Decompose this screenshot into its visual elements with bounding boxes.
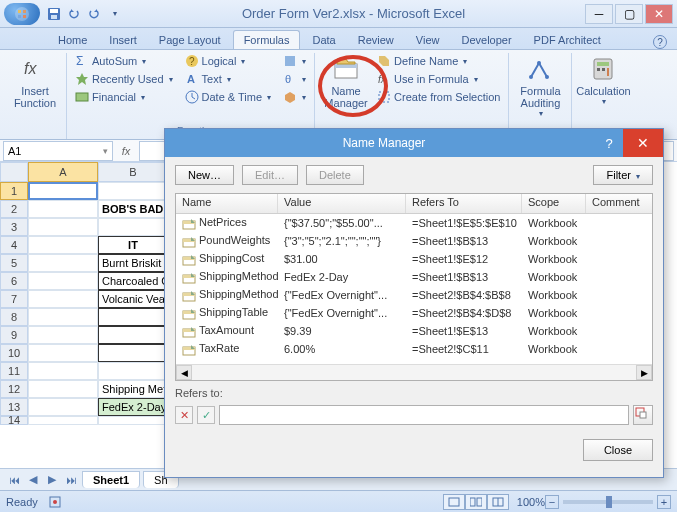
math-button[interactable]: θ — [281, 71, 308, 87]
undo-icon[interactable] — [66, 6, 82, 22]
cell[interactable] — [28, 236, 98, 254]
normal-view-button[interactable] — [443, 494, 465, 510]
zoom-level[interactable]: 100% — [517, 496, 545, 508]
cell[interactable] — [28, 308, 98, 326]
row-header[interactable]: 5 — [0, 254, 28, 272]
cell[interactable] — [28, 344, 98, 362]
create-from-selection-button[interactable]: Create from Selection — [375, 89, 502, 105]
cell[interactable] — [28, 290, 98, 308]
calculation-button[interactable]: Calculation — [578, 53, 628, 108]
col-comment[interactable]: Comment — [586, 194, 652, 213]
col-header-b[interactable]: B — [98, 162, 168, 182]
col-header-a[interactable]: A — [28, 162, 98, 182]
row-header[interactable]: 14 — [0, 416, 28, 425]
col-refers[interactable]: Refers To — [406, 194, 522, 213]
horizontal-scrollbar[interactable]: ◀ ▶ — [176, 364, 652, 380]
cell[interactable] — [98, 308, 168, 326]
lookup-button[interactable] — [281, 53, 308, 69]
row-header[interactable]: 11 — [0, 362, 28, 380]
cell-b7[interactable]: Volcanic Vea — [98, 290, 168, 308]
tab-view[interactable]: View — [406, 31, 450, 49]
filter-button[interactable]: Filter — [593, 165, 653, 185]
page-break-view-button[interactable] — [487, 494, 509, 510]
macro-record-icon[interactable] — [48, 495, 62, 509]
name-row[interactable]: ShippingMethods{"FedEx Overnight"...=She… — [176, 286, 652, 304]
zoom-track[interactable] — [563, 500, 653, 504]
next-sheet-button[interactable]: ▶ — [44, 472, 60, 488]
formula-auditing-button[interactable]: Formula Auditing — [515, 53, 565, 120]
name-row[interactable]: PoundWeights{"3";"5";"2.1";"";"";""}=She… — [176, 232, 652, 250]
tab-page-layout[interactable]: Page Layout — [149, 31, 231, 49]
zoom-out-button[interactable]: − — [545, 495, 559, 509]
row-header[interactable]: 1 — [0, 182, 28, 200]
sheet-tab-1[interactable]: Sheet1 — [82, 471, 140, 488]
cell-b5[interactable]: Burnt Briskit — [98, 254, 168, 272]
tab-pdf-architect[interactable]: PDF Architect — [524, 31, 611, 49]
cell[interactable] — [28, 416, 98, 425]
first-sheet-button[interactable]: ⏮ — [6, 472, 22, 488]
select-all-button[interactable] — [0, 162, 28, 182]
cell[interactable] — [98, 344, 168, 362]
scroll-right-button[interactable]: ▶ — [636, 365, 652, 380]
cell-a1[interactable] — [28, 182, 98, 200]
dialog-help-button[interactable]: ? — [595, 129, 623, 157]
close-button[interactable]: ✕ — [645, 4, 673, 24]
use-in-formula-button[interactable]: fxUse in Formula — [375, 71, 502, 87]
logical-button[interactable]: ?Logical — [183, 53, 274, 69]
financial-button[interactable]: Financial — [73, 89, 175, 105]
maximize-button[interactable]: ▢ — [615, 4, 643, 24]
recently-used-button[interactable]: Recently Used — [73, 71, 175, 87]
row-header[interactable]: 4 — [0, 236, 28, 254]
row-header[interactable]: 10 — [0, 344, 28, 362]
row-header[interactable]: 9 — [0, 326, 28, 344]
zoom-in-button[interactable]: + — [657, 495, 671, 509]
cell-b4[interactable]: IT — [98, 236, 168, 254]
col-name[interactable]: Name — [176, 194, 278, 213]
cell-b6[interactable]: Charcoaled C — [98, 272, 168, 290]
cell[interactable] — [28, 200, 98, 218]
col-scope[interactable]: Scope — [522, 194, 586, 213]
cell-b2[interactable]: BOB'S BAD — [98, 200, 168, 218]
help-icon[interactable]: ? — [653, 35, 667, 49]
name-row[interactable]: NetPrices{"$37.50";"$55.00"...=Sheet1!$E… — [176, 214, 652, 232]
cell[interactable] — [28, 362, 98, 380]
fx-label[interactable]: fx — [116, 145, 136, 157]
tab-developer[interactable]: Developer — [451, 31, 521, 49]
name-manager-button[interactable]: Name Manager — [321, 53, 371, 111]
row-header[interactable]: 3 — [0, 218, 28, 236]
name-row[interactable]: ShippingCost$31.00=Sheet1!$E$12Workbook — [176, 250, 652, 268]
cell[interactable] — [28, 254, 98, 272]
prev-sheet-button[interactable]: ◀ — [25, 472, 41, 488]
qat-more-icon[interactable] — [106, 6, 122, 22]
autosum-button[interactable]: ΣAutoSum — [73, 53, 175, 69]
name-row[interactable]: ShippingTable{"FedEx Overnight"...=Sheet… — [176, 304, 652, 322]
cell-b12[interactable]: Shipping Meth — [98, 380, 168, 398]
cell[interactable] — [98, 416, 168, 425]
page-layout-view-button[interactable] — [465, 494, 487, 510]
cell[interactable] — [28, 398, 98, 416]
name-row[interactable]: ShippingMethodFedEx 2-Day=Sheet1!$B$13Wo… — [176, 268, 652, 286]
refers-to-input[interactable] — [219, 405, 629, 425]
cell[interactable] — [28, 218, 98, 236]
edit-button[interactable]: Edit… — [242, 165, 298, 185]
row-header[interactable]: 6 — [0, 272, 28, 290]
minimize-button[interactable]: ─ — [585, 4, 613, 24]
cancel-ref-button[interactable]: ✕ — [175, 406, 193, 424]
row-header[interactable]: 7 — [0, 290, 28, 308]
name-row[interactable]: TaxAmount$9.39=Sheet1!$E$13Workbook — [176, 322, 652, 340]
cell[interactable] — [28, 326, 98, 344]
close-dialog-button[interactable]: Close — [583, 439, 653, 461]
office-button[interactable] — [4, 3, 40, 25]
scroll-left-button[interactable]: ◀ — [176, 365, 192, 380]
cell[interactable] — [98, 362, 168, 380]
chevron-down-icon[interactable]: ▾ — [103, 146, 108, 156]
more-functions-button[interactable] — [281, 89, 308, 105]
last-sheet-button[interactable]: ⏭ — [63, 472, 79, 488]
tab-insert[interactable]: Insert — [99, 31, 147, 49]
row-header[interactable]: 2 — [0, 200, 28, 218]
cell[interactable] — [98, 326, 168, 344]
new-button[interactable]: New… — [175, 165, 234, 185]
datetime-button[interactable]: Date & Time — [183, 89, 274, 105]
save-icon[interactable] — [46, 6, 62, 22]
accept-ref-button[interactable]: ✓ — [197, 406, 215, 424]
